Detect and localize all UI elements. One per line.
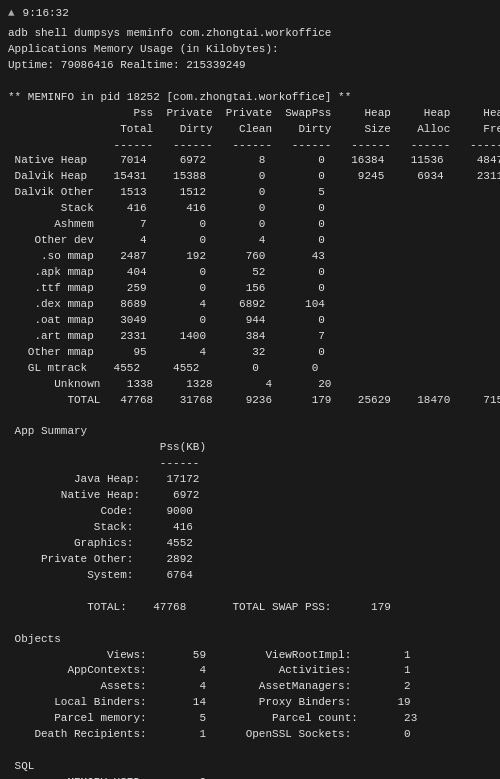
signal-icon: ▲ [8,6,15,22]
terminal-output: adb shell dumpsys meminfo com.zhongtai.w… [8,26,492,779]
time-display: 9:16:32 [23,6,69,22]
status-bar: ▲ 9:16:32 [8,6,492,22]
